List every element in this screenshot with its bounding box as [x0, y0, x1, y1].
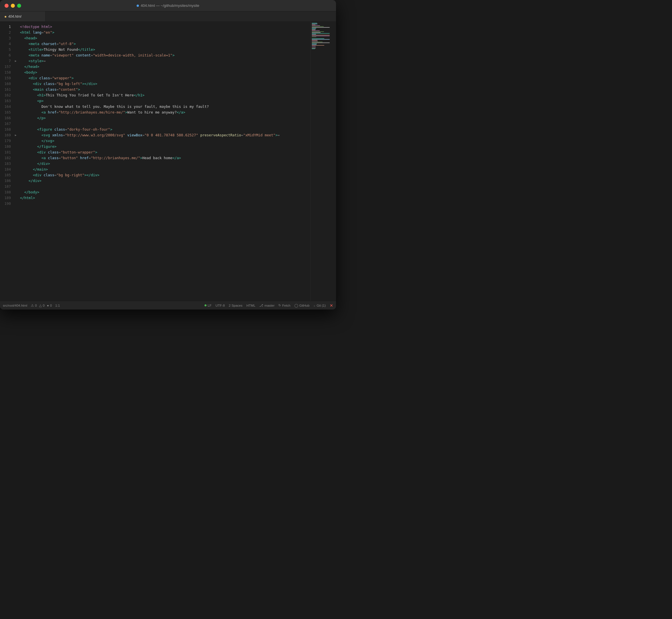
fold-arrow[interactable]: ▶: [14, 58, 18, 64]
fold-arrow: [14, 189, 18, 195]
indent-label: 2 Spaces: [229, 304, 243, 307]
fold-arrow: [14, 127, 18, 132]
fetch-status[interactable]: ↻ Fetch: [278, 303, 290, 307]
cursor-position[interactable]: 1:1: [55, 304, 60, 307]
eol-label: LF: [208, 304, 211, 307]
info-count: 0: [50, 304, 52, 307]
tab-icon: ■: [5, 15, 7, 18]
fold-arrow: [14, 41, 18, 47]
fold-arrow: [14, 30, 18, 36]
fold-arrow: [14, 144, 18, 149]
code-lines: <!doctype html><html lang="en"> <head> <…: [18, 24, 310, 299]
fold-arrow: [14, 53, 18, 58]
status-dot: [204, 304, 206, 306]
fold-arrow: [14, 104, 18, 110]
tab-label: 404.html: [8, 14, 21, 18]
fold-arrow: [14, 195, 18, 201]
statusbar-right: LF UTF-8 2 Spaces HTML ⎇ master ↻ Fetch …: [204, 303, 333, 308]
fold-arrow: [14, 75, 18, 81]
fold-arrow: [14, 24, 18, 30]
warnings-count: 0: [43, 304, 45, 307]
fetch-label: Fetch: [282, 304, 290, 307]
maximize-button[interactable]: [17, 4, 21, 8]
errors-status[interactable]: ⚠ 0 △ 0 ● 0: [31, 303, 52, 307]
minimize-button[interactable]: [11, 4, 15, 8]
fold-arrow: [14, 115, 18, 121]
title-label: 404.html — ~/github/mysites/mysite: [141, 3, 199, 8]
github-icon: ◯: [294, 303, 298, 307]
github-label: GitHub: [299, 304, 310, 307]
fetch-icon: ↻: [278, 303, 281, 307]
github-status[interactable]: ◯ GitHub: [294, 303, 310, 307]
line-numbers: 1234567157158159160161162163164165166167…: [0, 24, 14, 299]
branch-label: master: [264, 304, 274, 307]
warning-icon: △: [39, 303, 42, 307]
file-path-label: src/root/404.html: [3, 304, 27, 307]
close-button[interactable]: [5, 4, 9, 8]
fold-arrow: [14, 138, 18, 144]
errors-count: 0: [35, 304, 37, 307]
fold-arrow[interactable]: ▶: [14, 132, 18, 138]
encoding-label: UTF-8: [215, 304, 225, 307]
title-dot: [137, 5, 139, 7]
close-panel-button[interactable]: ✕: [330, 303, 333, 308]
tab-404html[interactable]: ■ 404.html: [0, 11, 46, 21]
cursor-label: 1:1: [55, 304, 60, 307]
fold-arrow: [14, 87, 18, 92]
fold-arrow: [14, 110, 18, 115]
branch-icon: ⎇: [259, 303, 263, 307]
fold-arrow: [14, 178, 18, 184]
git-status[interactable]: ⬦ Git (1): [314, 304, 326, 307]
code-editor[interactable]: 1234567157158159160161162163164165166167…: [0, 22, 310, 301]
traffic-lights: [5, 4, 21, 8]
fold-arrow: [14, 81, 18, 87]
minimap: [310, 22, 336, 301]
statusbar: src/root/404.html ⚠ 0 △ 0 ● 0 1:1 LF UTF…: [0, 301, 336, 310]
fold-arrow: [14, 172, 18, 178]
info-icon: ●: [47, 304, 49, 307]
fold-arrow: [14, 166, 18, 172]
language-status[interactable]: HTML: [247, 304, 255, 307]
fold-arrows[interactable]: ▶▶: [14, 24, 18, 299]
fold-arrow: [14, 36, 18, 41]
language-label: HTML: [247, 304, 255, 307]
fold-arrow: [14, 184, 18, 189]
titlebar: 404.html — ~/github/mysites/mysite: [0, 0, 336, 11]
fold-arrow: [14, 92, 18, 98]
fold-arrow: [14, 47, 18, 53]
git-label: Git (1): [317, 304, 326, 307]
fold-arrow: [14, 149, 18, 155]
error-icon: ⚠: [31, 303, 34, 307]
encoding-status[interactable]: UTF-8: [215, 304, 225, 307]
fold-arrow: [14, 121, 18, 127]
fold-arrow: [14, 155, 18, 161]
git-icon: ⬦: [314, 304, 316, 307]
editor-body: 1234567157158159160161162163164165166167…: [0, 22, 336, 301]
indent-status[interactable]: 2 Spaces: [229, 304, 243, 307]
branch-status[interactable]: ⎇ master: [259, 303, 274, 307]
window-title: 404.html — ~/github/mysites/mysite: [137, 3, 199, 8]
statusbar-left: src/root/404.html ⚠ 0 △ 0 ● 0 1:1: [3, 303, 60, 307]
fold-arrow: [14, 98, 18, 104]
fold-arrow: [14, 70, 18, 75]
code-container: 1234567157158159160161162163164165166167…: [0, 22, 310, 301]
fold-arrow: [14, 161, 18, 166]
eol-status[interactable]: LF: [204, 304, 211, 307]
tabbar: ■ 404.html: [0, 11, 336, 22]
file-path[interactable]: src/root/404.html: [3, 304, 27, 307]
fold-arrow: [14, 201, 18, 207]
fold-arrow: [14, 64, 18, 70]
